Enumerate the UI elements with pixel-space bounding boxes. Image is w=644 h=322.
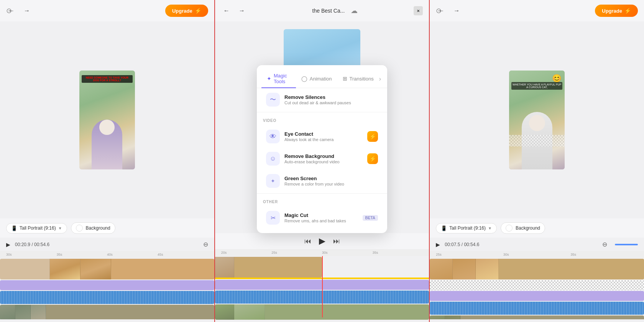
right-secondary-video-track[interactable]: [430, 315, 644, 319]
magic-tools-dropdown: ✦ Magic Tools ◯ Animation ⊞ Transitions …: [257, 65, 387, 233]
right-zoom-icon[interactable]: ⊖: [602, 241, 607, 248]
right-upgrade-button[interactable]: Upgrade ⚡: [595, 5, 638, 17]
dropdown-tabs: ✦ Magic Tools ◯ Animation ⊞ Transitions …: [257, 65, 387, 88]
right-transparent-track[interactable]: [430, 280, 644, 290]
green-screen-title: Green Screen: [284, 176, 378, 181]
right-time-display: 00:07.5 / 00:54.6: [445, 242, 479, 247]
left-background-selector[interactable]: Background: [71, 222, 115, 234]
remove-background-item[interactable]: ☺ Remove Background Auto-erase backgroun…: [260, 148, 384, 169]
remove-background-desc: Auto-erase background video: [284, 159, 363, 164]
magic-cut-item[interactable]: ✂ Magic Cut Remove ums, ahs and bad take…: [260, 207, 384, 228]
right-audio-track[interactable]: [430, 302, 644, 315]
left-thumb-overlay-text: NEED SOMEONE TO TAKE YOUR DOG FOR A STRO…: [82, 75, 133, 83]
cloud-icon[interactable]: ☁: [351, 7, 358, 15]
tab-animation[interactable]: ◯ Animation: [296, 70, 337, 88]
left-timeline-header: ▶ 00:20.9 / 00:54.6 ⊖: [0, 238, 214, 251]
center-top-bar: ← → the Best Ca... ☁ ✕: [215, 0, 429, 21]
center-nav: ← →: [221, 5, 247, 16]
right-purple-track[interactable]: [430, 291, 644, 301]
center-close-button[interactable]: ✕: [414, 6, 423, 15]
center-timeline-tracks: [215, 256, 429, 317]
right-timeline-tracks: [430, 258, 644, 319]
phone-icon: 📱: [11, 225, 17, 231]
right-format-chevron: ▼: [488, 226, 492, 230]
skip-forward-button[interactable]: ⏭: [333, 237, 340, 245]
right-background-label: Background: [516, 225, 540, 231]
eye-contact-bolt-icon: ⚡: [370, 133, 376, 140]
left-bg-circle: [76, 225, 83, 232]
left-play-button[interactable]: ▶: [6, 242, 10, 248]
center-back-button[interactable]: ←: [221, 5, 232, 16]
right-phone-icon: 📱: [441, 225, 447, 231]
right-bolt-icon: ⚡: [624, 8, 631, 14]
center-play-button[interactable]: ▶: [319, 236, 325, 246]
left-secondary-video-track[interactable]: [0, 305, 214, 319]
remove-silences-desc: Cut out dead air & awkward pauses: [284, 100, 378, 105]
left-audio-track[interactable]: [0, 291, 214, 304]
right-format-label: Tall Portrait (9:16): [449, 225, 486, 231]
right-preview-area: 😊 WHETHER YOU HAVE A PLAYFUL PUP A CURIO…: [430, 21, 644, 219]
eye-contact-title: Eye Contact: [284, 131, 363, 137]
animation-tab-icon: ◯: [301, 76, 307, 82]
tab-transitions[interactable]: ⊞ Transitions: [337, 70, 379, 88]
green-screen-item[interactable]: ✦ Green Screen Remove a color from your …: [260, 170, 384, 192]
green-screen-icon: ✦: [266, 174, 280, 188]
left-timeline-ruler: 30s 35s 40s 45s: [0, 251, 214, 258]
left-format-chevron: ▼: [58, 226, 62, 230]
left-background-label: Background: [86, 225, 110, 231]
right-format-selector[interactable]: 📱 Tall Portrait (9:16) ▼: [436, 223, 497, 233]
left-upgrade-button[interactable]: Upgrade ⚡: [165, 5, 208, 17]
transitions-tab-icon: ⊞: [343, 76, 347, 82]
other-section-label: OTHER: [257, 195, 387, 206]
center-timeline: 20s 25s 30s 35s: [215, 249, 429, 322]
magic-cut-desc: Remove ums, ahs and bad takes: [284, 219, 358, 223]
right-play-button[interactable]: ▶: [436, 242, 440, 248]
remove-background-bolt-icon: ⚡: [370, 156, 376, 162]
left-zoom-icon[interactable]: ⊖: [203, 241, 208, 248]
center-left-video-track[interactable]: [215, 257, 322, 278]
right-zoom-slider[interactable]: [615, 244, 638, 245]
bolt-icon: ⚡: [195, 8, 201, 14]
magic-cut-beta-badge: BETA: [363, 215, 378, 221]
right-video-track[interactable]: [430, 259, 644, 279]
eye-contact-desc: Always look at the camera: [284, 137, 363, 142]
center-forward-button[interactable]: →: [237, 5, 247, 16]
home-icon[interactable]: ⊙: [6, 7, 12, 15]
right-timeline: ▶ 00:07.5 / 00:54.6 ⊖ 25s 30s 35s: [430, 238, 644, 322]
dropdown-more-icon[interactable]: ›: [379, 76, 381, 82]
magic-cut-icon: ✂: [266, 211, 280, 225]
left-purple-track[interactable]: [0, 280, 214, 290]
eye-contact-item[interactable]: 👁 Eye Contact Always look at the camera …: [260, 126, 384, 147]
video-section-label: VIDEO: [257, 114, 387, 125]
divider-2: [257, 193, 387, 194]
right-panel: ← → ⊙ Upgrade ⚡ 😊 WHETHER YOU HAVE A PLA…: [430, 0, 644, 322]
eye-contact-upgrade-badge[interactable]: ⚡: [367, 131, 378, 142]
right-forward-button[interactable]: →: [451, 5, 462, 16]
skip-back-button[interactable]: ⏮: [304, 237, 311, 245]
remove-background-upgrade-badge[interactable]: ⚡: [367, 153, 378, 164]
right-thumb-emoji: 😊: [552, 74, 562, 83]
magic-tools-tab-icon: ✦: [267, 76, 271, 82]
divider-1: [257, 112, 387, 112]
right-home-icon[interactable]: ⊙: [436, 7, 442, 15]
remove-silences-title: Remove Silences: [284, 94, 378, 100]
right-top-bar: ← → ⊙ Upgrade ⚡: [430, 0, 644, 21]
right-video-thumbnail: 😊 WHETHER YOU HAVE A PLAYFUL PUP A CURIO…: [509, 71, 565, 169]
left-bottom-controls: 📱 Tall Portrait (9:16) ▼ Background: [0, 219, 214, 238]
left-timeline: ▶ 00:20.9 / 00:54.6 ⊖ 30s 35s 40s 45s: [0, 238, 214, 322]
center-panel: ← → the Best Ca... ☁ ✕ ⏮ ▶ ⏭ 20s 25s 30s…: [215, 0, 430, 322]
left-preview-area: NEED SOMEONE TO TAKE YOUR DOG FOR A STRO…: [0, 21, 214, 219]
right-bottom-controls: 📱 Tall Portrait (9:16) ▼ Background: [430, 219, 644, 238]
remove-silences-item[interactable]: 〜 Remove Silences Cut out dead air & awk…: [260, 89, 384, 110]
left-video-track[interactable]: [0, 259, 214, 279]
right-timeline-header: ▶ 00:07.5 / 00:54.6 ⊖: [430, 238, 644, 251]
remove-background-title: Remove Background: [284, 153, 363, 159]
left-forward-button[interactable]: →: [21, 5, 32, 16]
left-format-selector[interactable]: 📱 Tall Portrait (9:16) ▼: [6, 223, 67, 233]
left-timeline-tracks: [0, 258, 214, 319]
right-background-selector[interactable]: Background: [501, 222, 545, 234]
tab-magic-tools[interactable]: ✦ Magic Tools: [261, 70, 296, 88]
left-format-label: Tall Portrait (9:16): [20, 225, 56, 231]
left-time-display: 00:20.9 / 00:54.6: [15, 242, 49, 247]
center-playhead: [322, 256, 323, 317]
